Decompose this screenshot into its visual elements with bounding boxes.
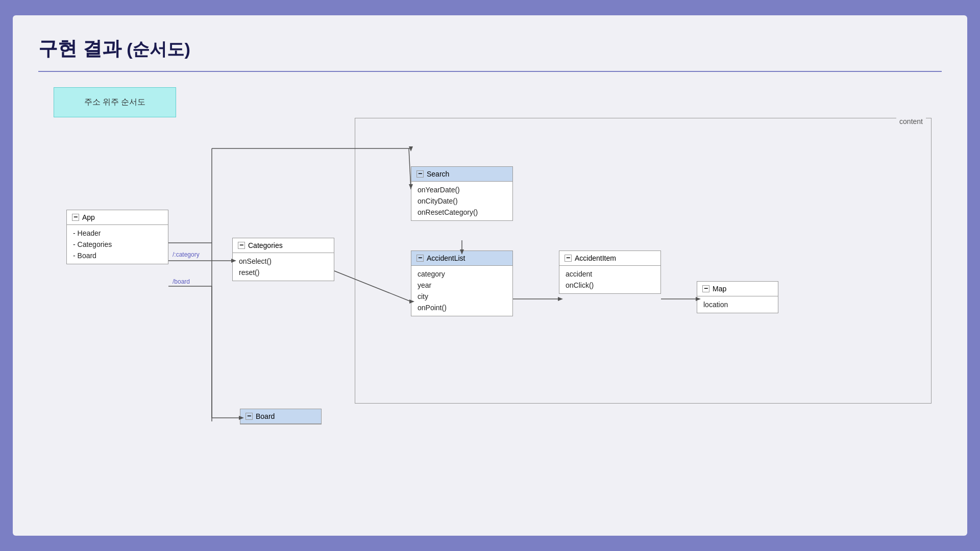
categories-box: − Categories onSelect() reset() (232, 238, 334, 281)
accidentitem-item-2: onClick() (566, 281, 654, 289)
svg-text:/:category: /:category (173, 251, 200, 258)
map-header: − Map (697, 282, 778, 296)
accidentitem-item-1: accident (566, 270, 654, 278)
accidentlist-body: category year city onPoint() (411, 266, 512, 316)
accidentlist-item-4: onPoint() (418, 304, 506, 312)
search-body: onYearDate() onCityDate() onResetCategor… (411, 182, 512, 220)
diagram-area: 주소 위주 순서도 content − App - Header - Categ… (38, 87, 942, 506)
accidentlist-box: − AccidentList category year city onPoin… (411, 251, 513, 316)
accidentitem-minus-icon: − (565, 255, 572, 262)
map-item-1: location (703, 300, 772, 309)
board-header: − Board (240, 409, 321, 424)
search-box: − Search onYearDate() onCityDate() onRes… (411, 166, 513, 221)
svg-text:/board: /board (173, 278, 190, 285)
search-item-1: onYearDate() (418, 186, 506, 194)
accidentitem-header: − AccidentItem (559, 251, 660, 266)
app-body: - Header - Categories - Board (67, 225, 168, 264)
map-body: location (697, 296, 778, 313)
app-item-1: - Header (73, 229, 162, 237)
accidentlist-item-3: city (418, 292, 506, 300)
categories-item-2: reset() (239, 268, 328, 277)
categories-body: onSelect() reset() (233, 253, 334, 281)
main-container: 구현 결과 (순서도) 주소 위주 순서도 content − App - He… (13, 15, 967, 536)
board-box: − Board (240, 409, 322, 424)
app-minus-icon: − (72, 214, 79, 221)
app-header: − App (67, 210, 168, 225)
accidentlist-minus-icon: − (416, 255, 424, 262)
search-minus-icon: − (416, 170, 424, 178)
categories-header: − Categories (233, 238, 334, 253)
address-box: 주소 위주 순서도 (54, 87, 176, 117)
content-label: content (896, 117, 926, 126)
app-box: − App - Header - Categories - Board (66, 210, 168, 264)
title-divider (38, 71, 942, 72)
categories-item-1: onSelect() (239, 257, 328, 265)
search-header: − Search (411, 167, 512, 182)
map-box: − Map location (697, 281, 778, 313)
page-title: 구현 결과 (순서도) (38, 36, 942, 62)
accidentitem-box: − AccidentItem accident onClick() (559, 251, 661, 294)
board-minus-icon: − (246, 413, 253, 420)
accidentlist-item-1: category (418, 270, 506, 278)
accidentlist-header: − AccidentList (411, 251, 512, 266)
map-minus-icon: − (702, 285, 709, 292)
accidentitem-body: accident onClick() (559, 266, 660, 293)
accidentlist-item-2: year (418, 281, 506, 289)
search-item-3: onResetCategory() (418, 208, 506, 216)
app-item-2: - Categories (73, 240, 162, 248)
app-item-3: - Board (73, 252, 162, 260)
categories-minus-icon: − (238, 242, 245, 249)
search-item-2: onCityDate() (418, 197, 506, 205)
